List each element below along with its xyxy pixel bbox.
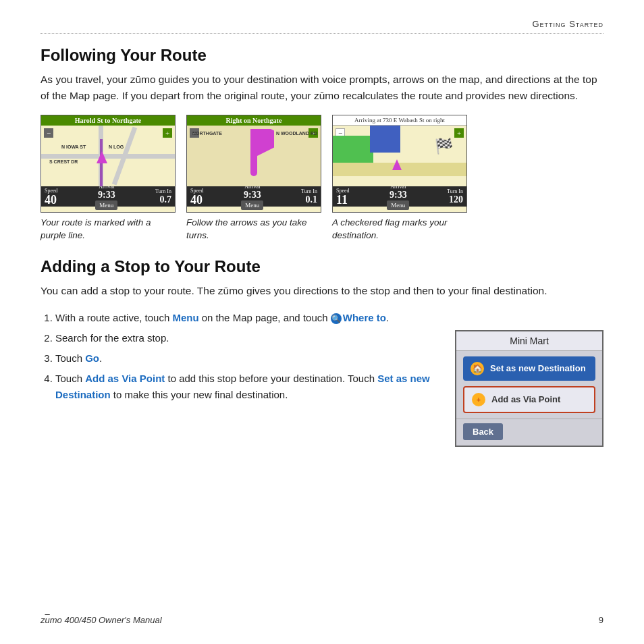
arrival-time3: 9:33 bbox=[387, 190, 409, 200]
step-3: Touch Go. bbox=[55, 350, 435, 367]
speed-val: 40 bbox=[45, 194, 58, 206]
add-via-point-button[interactable]: + Add as Via Point bbox=[463, 386, 595, 413]
back-button[interactable]: Back bbox=[463, 423, 503, 440]
road-label-3: S CREST DR bbox=[49, 159, 78, 164]
menu-link: Menu bbox=[172, 312, 198, 323]
screen2-footer: Speed 40 Arrival 9:33 Menu Turn In 0.1 bbox=[187, 186, 321, 207]
screen1-minus: − bbox=[44, 128, 53, 138]
screen3-img: Arriving at 730 E Wabash St on right − +… bbox=[332, 115, 467, 213]
destination-icon: 🏠 bbox=[470, 361, 485, 376]
page: Getting Started Following Your Route As … bbox=[0, 0, 644, 644]
section2-content: With a route active, touch Menu on the M… bbox=[41, 310, 603, 447]
road-label-1: N IOWA ST bbox=[61, 144, 86, 149]
screenshots-row: Harold St to Northgate − + N IOWA ST N L… bbox=[41, 115, 603, 242]
speed-block2: Speed 40 bbox=[190, 188, 204, 206]
footer: zumo 400/450 Owner's Manual 9 bbox=[41, 615, 603, 625]
page-number: 9 bbox=[599, 615, 603, 625]
turn-arrow-svg bbox=[234, 129, 274, 176]
set-destination-button[interactable]: 🏠 Set as new Destination bbox=[463, 356, 595, 381]
menu-btn3: Menu bbox=[387, 200, 409, 210]
where-to-link: Where to bbox=[343, 312, 386, 323]
screen3-footer: Speed 11 Arrival 9:33 Menu Turn In 120 bbox=[333, 186, 466, 207]
menu-btn: Menu bbox=[95, 200, 117, 210]
go-link: Go bbox=[85, 352, 99, 364]
screen1-plus: + bbox=[163, 128, 172, 138]
screen3-plus: + bbox=[454, 128, 464, 138]
turnin-val2: 0.1 bbox=[301, 194, 317, 205]
turnin-val: 0.7 bbox=[155, 194, 171, 205]
screen3-header: Arriving at 730 E Wabash St on right bbox=[333, 115, 466, 126]
road-label-4: NORTHGATE bbox=[192, 131, 222, 136]
turnin-label3: Turn In bbox=[447, 188, 463, 194]
search-icon: 🔍 bbox=[331, 313, 342, 324]
screenshot-2: Right on Northgate − + NORTHGATE N WOODL… bbox=[186, 115, 321, 242]
section2-title: Adding a Stop to Your Route bbox=[41, 257, 603, 276]
svg-text:+: + bbox=[477, 396, 481, 404]
screen1-footer: Speed 40 Arrival 9:33 Menu Turn In 0.7 bbox=[41, 186, 175, 207]
blue-area bbox=[370, 126, 400, 153]
screenshot-3: Arriving at 730 E Wabash St on right − +… bbox=[332, 115, 467, 242]
section1-title: Following Your Route bbox=[41, 46, 603, 65]
turnin-block: Turn In 0.7 bbox=[155, 188, 171, 205]
arrival-time: 9:33 bbox=[95, 190, 117, 200]
arrival-block: Arrival 9:33 Menu bbox=[95, 184, 117, 210]
checkered-flag: 🏁 bbox=[435, 138, 453, 155]
via-point-icon: + bbox=[471, 392, 486, 407]
road-h bbox=[41, 154, 175, 159]
turnin-block2: Turn In 0.1 bbox=[301, 188, 317, 205]
step-1: With a route active, touch Menu on the M… bbox=[55, 310, 435, 326]
caption-2: Follow the arrows as you take turns. bbox=[186, 217, 321, 242]
arrival-block2: Arrival 9:33 Menu bbox=[241, 184, 263, 210]
caption-1: Your route is marked with a purple line. bbox=[41, 217, 176, 242]
screenshot-1: Harold St to Northgate − + N IOWA ST N L… bbox=[41, 115, 176, 242]
speed-val3: 11 bbox=[336, 194, 350, 206]
add-via-point-link: Add as Via Point bbox=[85, 373, 165, 384]
section2-intro: You can add a stop to your route. The zū… bbox=[41, 283, 603, 299]
screen1-img: Harold St to Northgate − + N IOWA ST N L… bbox=[41, 115, 176, 213]
minimart-divider bbox=[456, 419, 602, 419]
arrival-block3: Arrival 9:33 Menu bbox=[387, 184, 409, 210]
turnin-val3: 120 bbox=[447, 194, 463, 205]
screen1-header: Harold St to Northgate bbox=[41, 115, 175, 126]
manual-label: zumo 400/450 Owner's Manual bbox=[41, 615, 162, 625]
screen2-header: Right on Northgate bbox=[187, 115, 321, 126]
steps-list: With a route active, touch Menu on the M… bbox=[41, 310, 435, 403]
speed-val2: 40 bbox=[190, 194, 204, 206]
speed-block3: Speed 11 bbox=[336, 188, 350, 206]
nav-arrow3 bbox=[392, 159, 402, 170]
step-2: Search for the extra stop. bbox=[55, 330, 435, 346]
turnin-block3: Turn In 120 bbox=[447, 188, 463, 205]
menu-btn2: Menu bbox=[241, 200, 263, 210]
header-bar: Getting Started bbox=[41, 19, 603, 34]
road-label-5: N WOODLAND RD bbox=[276, 131, 317, 136]
arrival-time2: 9:33 bbox=[241, 190, 263, 200]
speed-block: Speed 40 bbox=[45, 188, 58, 206]
steps-column: With a route active, touch Menu on the M… bbox=[41, 310, 435, 447]
section1-intro: As you travel, your zūmo guides you to y… bbox=[41, 72, 603, 104]
svg-text:🏠: 🏠 bbox=[473, 363, 483, 373]
minimart-panel: Mini Mart 🏠 Set as new Destination + Add… bbox=[455, 330, 603, 447]
screen2-img: Right on Northgate − + NORTHGATE N WOODL… bbox=[186, 115, 321, 213]
section-header: Getting Started bbox=[532, 19, 603, 29]
set-destination-label: Set as new Destination bbox=[490, 363, 586, 373]
section2: Adding a Stop to Your Route You can add … bbox=[41, 257, 603, 447]
screen2-map: − + NORTHGATE N WOODLAND RD bbox=[187, 126, 321, 186]
minimart-title: Mini Mart bbox=[456, 331, 602, 351]
turnin-label: Turn In bbox=[155, 188, 171, 194]
nav-arrow bbox=[97, 151, 107, 163]
caption-3: A checkered flag marks your destination. bbox=[332, 217, 467, 242]
screen3-map: − + 🏁 bbox=[333, 126, 466, 186]
turnin-label2: Turn In bbox=[301, 188, 317, 194]
road-label-2: N LOG bbox=[109, 144, 124, 149]
add-via-point-label: Add as Via Point bbox=[491, 394, 560, 404]
step-4: Touch Add as Via Point to add this stop … bbox=[55, 371, 435, 403]
screen1-map: − + N IOWA ST N LOG S CREST DR bbox=[41, 126, 175, 186]
